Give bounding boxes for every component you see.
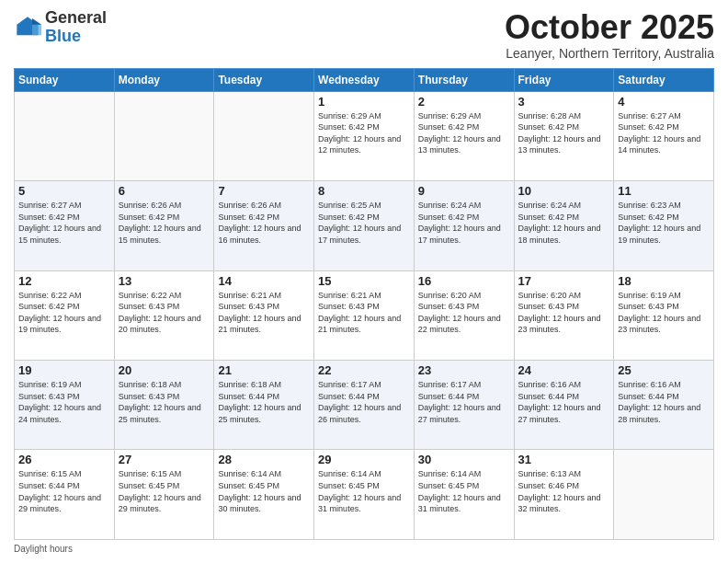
day-info: Sunrise: 6:17 AMSunset: 6:44 PMDaylight:… — [418, 379, 510, 425]
day-info: Sunrise: 6:24 AMSunset: 6:42 PMDaylight:… — [518, 200, 610, 246]
calendar-week-row: 26Sunrise: 6:15 AMSunset: 6:44 PMDayligh… — [15, 450, 714, 540]
day-info: Sunrise: 6:22 AMSunset: 6:43 PMDaylight:… — [119, 290, 210, 336]
col-thursday: Thursday — [414, 68, 514, 91]
location-title: Leanyer, Northern Territory, Australia — [505, 46, 714, 61]
logo-icon — [14, 14, 41, 41]
day-info: Sunrise: 6:14 AMSunset: 6:45 PMDaylight:… — [418, 468, 510, 514]
table-row: 24Sunrise: 6:16 AMSunset: 6:44 PMDayligh… — [514, 361, 614, 450]
calendar-week-row: 12Sunrise: 6:22 AMSunset: 6:42 PMDayligh… — [15, 270, 714, 360]
col-saturday: Saturday — [614, 68, 714, 91]
table-row: 3Sunrise: 6:28 AMSunset: 6:42 PMDaylight… — [514, 91, 614, 180]
col-sunday: Sunday — [15, 68, 115, 91]
table-row: 2Sunrise: 6:29 AMSunset: 6:42 PMDaylight… — [414, 91, 514, 180]
table-row: 25Sunrise: 6:16 AMSunset: 6:44 PMDayligh… — [614, 361, 714, 450]
day-info: Sunrise: 6:24 AMSunset: 6:42 PMDaylight:… — [418, 200, 510, 246]
table-row: 27Sunrise: 6:15 AMSunset: 6:45 PMDayligh… — [114, 450, 214, 540]
table-row: 23Sunrise: 6:17 AMSunset: 6:44 PMDayligh… — [414, 361, 514, 450]
table-row: 31Sunrise: 6:13 AMSunset: 6:46 PMDayligh… — [514, 450, 614, 540]
day-info: Sunrise: 6:29 AMSunset: 6:42 PMDaylight:… — [318, 110, 410, 156]
day-number: 25 — [618, 363, 710, 377]
table-row: 7Sunrise: 6:26 AMSunset: 6:42 PMDaylight… — [214, 181, 314, 270]
table-row — [214, 91, 314, 180]
col-wednesday: Wednesday — [314, 68, 415, 91]
table-row: 8Sunrise: 6:25 AMSunset: 6:42 PMDaylight… — [314, 181, 415, 270]
day-info: Sunrise: 6:16 AMSunset: 6:44 PMDaylight:… — [518, 379, 610, 425]
col-tuesday: Tuesday — [214, 68, 314, 91]
day-number: 15 — [318, 274, 410, 288]
table-row: 26Sunrise: 6:15 AMSunset: 6:44 PMDayligh… — [15, 450, 115, 540]
day-number: 29 — [318, 453, 410, 466]
day-info: Sunrise: 6:26 AMSunset: 6:42 PMDaylight:… — [119, 200, 210, 246]
day-info: Sunrise: 6:19 AMSunset: 6:43 PMDaylight:… — [618, 290, 710, 336]
daylight-label: Daylight hours — [14, 544, 73, 554]
day-number: 7 — [218, 184, 310, 198]
day-info: Sunrise: 6:15 AMSunset: 6:45 PMDaylight:… — [119, 468, 210, 514]
calendar-week-row: 5Sunrise: 6:27 AMSunset: 6:42 PMDaylight… — [15, 181, 714, 270]
table-row: 11Sunrise: 6:23 AMSunset: 6:42 PMDayligh… — [614, 181, 714, 270]
day-number: 8 — [318, 184, 410, 198]
day-info: Sunrise: 6:26 AMSunset: 6:42 PMDaylight:… — [218, 200, 310, 246]
day-number: 28 — [218, 453, 310, 466]
day-number: 24 — [518, 363, 610, 377]
svg-marker-2 — [32, 18, 41, 25]
table-row: 20Sunrise: 6:18 AMSunset: 6:43 PMDayligh… — [114, 361, 214, 450]
table-row: 28Sunrise: 6:14 AMSunset: 6:45 PMDayligh… — [214, 450, 314, 540]
day-info: Sunrise: 6:14 AMSunset: 6:45 PMDaylight:… — [318, 468, 410, 514]
calendar-week-row: 19Sunrise: 6:19 AMSunset: 6:43 PMDayligh… — [15, 361, 714, 450]
day-number: 16 — [418, 274, 510, 288]
table-row: 1Sunrise: 6:29 AMSunset: 6:42 PMDaylight… — [314, 91, 415, 180]
day-number: 27 — [119, 453, 210, 466]
table-row: 4Sunrise: 6:27 AMSunset: 6:42 PMDaylight… — [614, 91, 714, 180]
calendar-week-row: 1Sunrise: 6:29 AMSunset: 6:42 PMDaylight… — [15, 91, 714, 180]
day-info: Sunrise: 6:18 AMSunset: 6:44 PMDaylight:… — [218, 379, 310, 425]
table-row: 17Sunrise: 6:20 AMSunset: 6:43 PMDayligh… — [514, 270, 614, 360]
day-info: Sunrise: 6:21 AMSunset: 6:43 PMDaylight:… — [218, 290, 310, 336]
day-number: 30 — [418, 453, 510, 466]
day-info: Sunrise: 6:27 AMSunset: 6:42 PMDaylight:… — [618, 110, 710, 156]
day-info: Sunrise: 6:14 AMSunset: 6:45 PMDaylight:… — [218, 468, 310, 514]
day-number: 6 — [119, 184, 210, 198]
day-number: 2 — [418, 95, 510, 109]
day-number: 20 — [119, 363, 210, 377]
day-number: 3 — [518, 95, 610, 109]
day-info: Sunrise: 6:16 AMSunset: 6:44 PMDaylight:… — [618, 379, 710, 425]
table-row: 14Sunrise: 6:21 AMSunset: 6:43 PMDayligh… — [214, 270, 314, 360]
day-info: Sunrise: 6:17 AMSunset: 6:44 PMDaylight:… — [318, 379, 410, 425]
table-row — [614, 450, 714, 540]
table-row: 29Sunrise: 6:14 AMSunset: 6:45 PMDayligh… — [314, 450, 415, 540]
day-info: Sunrise: 6:28 AMSunset: 6:42 PMDaylight:… — [518, 110, 610, 156]
table-row: 12Sunrise: 6:22 AMSunset: 6:42 PMDayligh… — [15, 270, 115, 360]
table-row: 19Sunrise: 6:19 AMSunset: 6:43 PMDayligh… — [15, 361, 115, 450]
day-number: 18 — [618, 274, 710, 288]
day-info: Sunrise: 6:21 AMSunset: 6:43 PMDaylight:… — [318, 290, 410, 336]
table-row: 22Sunrise: 6:17 AMSunset: 6:44 PMDayligh… — [314, 361, 415, 450]
day-info: Sunrise: 6:19 AMSunset: 6:43 PMDaylight:… — [18, 379, 110, 425]
day-info: Sunrise: 6:13 AMSunset: 6:46 PMDaylight:… — [518, 468, 610, 514]
table-row: 18Sunrise: 6:19 AMSunset: 6:43 PMDayligh… — [614, 270, 714, 360]
table-row: 13Sunrise: 6:22 AMSunset: 6:43 PMDayligh… — [114, 270, 214, 360]
day-number: 9 — [418, 184, 510, 198]
table-row: 5Sunrise: 6:27 AMSunset: 6:42 PMDaylight… — [15, 181, 115, 270]
day-info: Sunrise: 6:20 AMSunset: 6:43 PMDaylight:… — [418, 290, 510, 336]
col-monday: Monday — [114, 68, 214, 91]
day-number: 17 — [518, 274, 610, 288]
day-number: 23 — [418, 363, 510, 377]
month-title: October 2025 — [505, 9, 714, 46]
day-number: 13 — [119, 274, 210, 288]
day-number: 19 — [18, 363, 110, 377]
day-info: Sunrise: 6:29 AMSunset: 6:42 PMDaylight:… — [418, 110, 510, 156]
logo-text: General Blue — [45, 9, 107, 46]
table-row — [15, 91, 115, 180]
table-row: 10Sunrise: 6:24 AMSunset: 6:42 PMDayligh… — [514, 181, 614, 270]
logo: General Blue — [14, 9, 107, 46]
day-info: Sunrise: 6:20 AMSunset: 6:43 PMDaylight:… — [518, 290, 610, 336]
day-info: Sunrise: 6:15 AMSunset: 6:44 PMDaylight:… — [18, 468, 110, 514]
table-row: 15Sunrise: 6:21 AMSunset: 6:43 PMDayligh… — [314, 270, 415, 360]
day-number: 31 — [518, 453, 610, 466]
page: General Blue October 2025 Leanyer, North… — [0, 0, 728, 563]
day-number: 26 — [18, 453, 110, 466]
day-number: 12 — [18, 274, 110, 288]
col-friday: Friday — [514, 68, 614, 91]
footer: Daylight hours — [14, 544, 714, 554]
header: General Blue October 2025 Leanyer, North… — [14, 9, 714, 61]
